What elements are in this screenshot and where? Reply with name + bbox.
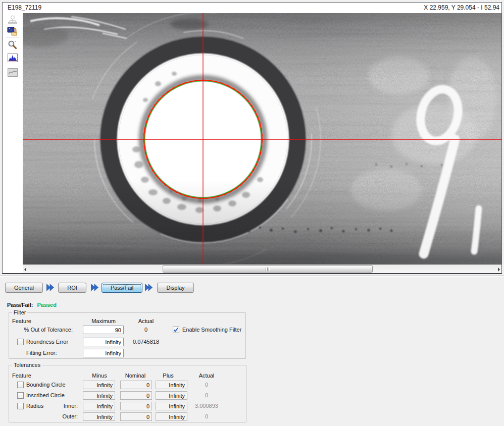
structure-tree-icon: [7, 15, 18, 26]
tol-col-plus: Plus: [153, 371, 184, 380]
bounding-circle-minus-input[interactable]: [83, 381, 115, 389]
camera-image: [23, 13, 501, 264]
inscribed-circle-minus-input[interactable]: [83, 391, 115, 400]
tab-pass-fail[interactable]: Pass/Fail: [102, 283, 142, 293]
radius-inner-label: Inner:: [47, 402, 78, 410]
radius-inner-nominal-input[interactable]: [120, 402, 152, 410]
cursor-position-readout: X 22.959, Y 29.054 - I 52.94: [424, 4, 499, 11]
radius-outer-minus-input[interactable]: [83, 412, 115, 421]
export-image-button[interactable]: [7, 26, 18, 37]
chevron-right-icon: [46, 284, 55, 291]
roundness-error-label: Roundness Error: [26, 338, 68, 346]
bounding-circle-plus-input[interactable]: [156, 381, 187, 389]
fitting-error-max-input[interactable]: [83, 349, 124, 357]
tol-col-actual: Actual: [189, 371, 224, 380]
inscribed-circle-nominal-input[interactable]: [120, 391, 152, 400]
horizontal-scrollbar[interactable]: [23, 264, 501, 273]
bounding-circle-checkbox[interactable]: [17, 382, 24, 388]
tol-col-nominal: Nominal: [120, 371, 151, 380]
chevron-right-icon: [144, 284, 153, 291]
export-image-icon: [7, 26, 18, 37]
radius-outer-label: Outer:: [47, 412, 78, 420]
inspection-image[interactable]: [23, 13, 501, 264]
scrollbar-thumb[interactable]: [163, 265, 373, 273]
bounding-circle-label: Bounding Circle: [26, 381, 66, 389]
toolbar-separator: [6, 37, 19, 37]
scroll-right-button[interactable]: [493, 265, 501, 273]
line-graph-icon: [7, 67, 18, 78]
radius-checkbox[interactable]: [17, 403, 24, 409]
histogram-button[interactable]: [7, 52, 18, 64]
scroll-left-button[interactable]: [23, 265, 31, 273]
inscribed-circle-actual: 0: [189, 391, 224, 399]
status-label: Pass/Fail:: [7, 302, 33, 308]
radius-inner-actual: 3.000893: [189, 402, 224, 410]
tolerances-legend: Tolerances: [12, 362, 42, 368]
radius-inner-minus-input[interactable]: [83, 402, 115, 410]
scrollbar-grip-icon: [266, 268, 270, 271]
tab-roi[interactable]: ROI: [58, 283, 86, 293]
image-viewer-panel: E198_72119 X 22.959, Y 29.054 - I 52.94: [2, 2, 502, 274]
zoom-tool-button[interactable]: [7, 39, 18, 50]
filter-col-feature: Feature: [12, 317, 31, 325]
inscribed-circle-checkbox[interactable]: [17, 392, 24, 399]
filter-legend: Filter: [12, 309, 27, 316]
scroll-left-icon: [24, 268, 26, 272]
app-window: E198_72119 X 22.959, Y 29.054 - I 52.94: [0, 0, 504, 426]
line-graph-button[interactable]: [7, 67, 18, 78]
out-of-tolerance-max-input[interactable]: [83, 326, 124, 334]
viewer-toolbar: [3, 13, 23, 264]
roundness-error-actual: 0.0745818: [126, 338, 166, 346]
zoom-icon: [7, 39, 18, 50]
radius-inner-plus-input[interactable]: [156, 402, 187, 410]
filter-col-actual: Actual: [126, 317, 166, 325]
pass-fail-status: Pass/Fail: Passed: [7, 302, 57, 308]
filter-groupbox: Filter Feature Maximum Actual % Out of T…: [9, 312, 246, 359]
tab-display[interactable]: Display: [157, 283, 194, 293]
filter-col-maximum: Maximum: [83, 317, 124, 325]
radius-label: Radius: [26, 402, 43, 410]
inscribed-circle-label: Inscribed Circle: [26, 391, 65, 399]
scroll-right-icon: [498, 268, 500, 272]
status-value: Passed: [37, 302, 57, 308]
radius-outer-nominal-input[interactable]: [120, 412, 152, 421]
roundness-error-checkbox[interactable]: [17, 339, 24, 345]
bounding-circle-nominal-input[interactable]: [120, 381, 152, 389]
image-title: E198_72119: [8, 4, 41, 11]
out-of-tolerance-label: % Out of Tolerance:: [12, 326, 73, 334]
out-of-tolerance-actual: 0: [126, 326, 166, 334]
radius-outer-actual: 0: [189, 412, 224, 420]
structure-tree-button[interactable]: [7, 15, 18, 26]
chevron-right-icon: [90, 284, 99, 291]
histogram-icon: [7, 52, 18, 64]
tol-col-feature: Feature: [12, 371, 31, 380]
tab-general[interactable]: General: [5, 283, 43, 293]
enable-smoothing-checkbox[interactable]: [173, 327, 179, 333]
tol-col-minus: Minus: [84, 371, 115, 380]
radius-outer-plus-input[interactable]: [156, 412, 187, 421]
inscribed-circle-plus-input[interactable]: [156, 391, 187, 400]
roundness-error-max-input[interactable]: [83, 338, 124, 346]
bounding-circle-actual: 0: [189, 381, 224, 389]
enable-smoothing-label: Enable Smoothing Filter: [182, 326, 241, 334]
settings-panel: General ROI Pass/Fail Display Pass/Fail:…: [0, 276, 504, 426]
checkmark-icon: [173, 327, 179, 333]
fitting-error-label: Fitting Error:: [26, 349, 57, 357]
tolerances-groupbox: Tolerances Feature Minus Nominal Plus Ac…: [9, 365, 246, 422]
viewer-title-bar: E198_72119 X 22.959, Y 29.054 - I 52.94: [3, 3, 501, 13]
